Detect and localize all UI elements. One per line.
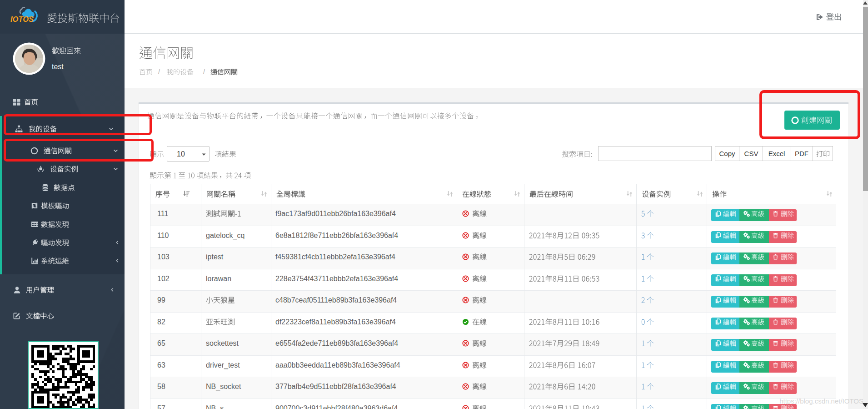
svg-text:IOTOS: IOTOS [10, 15, 34, 23]
